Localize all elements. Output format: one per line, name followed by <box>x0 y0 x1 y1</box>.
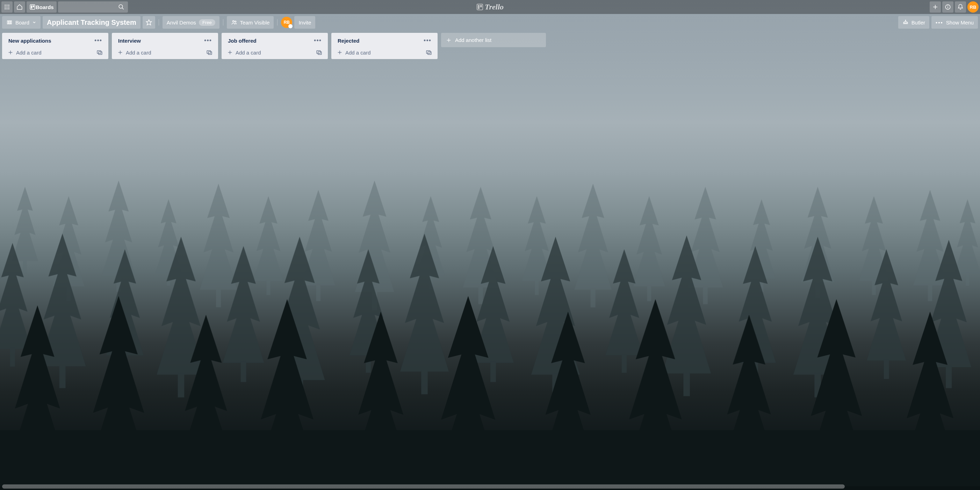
user-avatar-initials: RB <box>970 5 977 10</box>
invite-label: Invite <box>299 19 311 25</box>
add-card-label: Add a card <box>16 49 41 56</box>
svg-rect-26 <box>11 21 11 24</box>
svg-rect-17 <box>478 5 479 9</box>
list-title[interactable]: Interview <box>118 38 141 44</box>
board-canvas: New applications ••• Add a card Intervie… <box>0 31 980 486</box>
add-card-button[interactable]: Add a card <box>337 49 371 56</box>
svg-point-10 <box>8 8 10 10</box>
global-header: Boards Trello RB <box>0 0 980 14</box>
svg-marker-27 <box>146 20 151 25</box>
svg-point-9 <box>6 8 8 10</box>
team-icon <box>231 19 237 25</box>
boards-button[interactable]: Boards <box>27 2 57 13</box>
trello-logo-icon <box>476 3 484 11</box>
list: Job offered ••• Add a card <box>221 33 328 59</box>
add-card-label: Add a card <box>235 49 261 56</box>
svg-rect-43 <box>317 51 320 54</box>
plus-icon <box>8 49 13 55</box>
svg-point-2 <box>5 5 6 6</box>
svg-rect-24 <box>7 21 8 24</box>
svg-point-23 <box>948 6 948 6</box>
add-card-label: Add a card <box>126 49 151 56</box>
bell-icon <box>957 4 964 10</box>
list-menu-button[interactable]: ••• <box>204 37 212 45</box>
app-name: Trello <box>485 2 504 11</box>
horizontal-scrollbar[interactable] <box>2 484 980 488</box>
list: Interview ••• Add a card <box>112 33 218 59</box>
svg-rect-44 <box>318 52 321 54</box>
board-title[interactable]: Applicant Tracking System <box>43 16 140 29</box>
svg-point-5 <box>5 6 6 8</box>
list-menu-button[interactable]: ••• <box>94 37 102 45</box>
member-initials: RB <box>284 20 290 25</box>
svg-point-28 <box>232 21 234 22</box>
list-menu-button[interactable]: ••• <box>314 37 321 45</box>
add-card-button[interactable]: Add a card <box>227 49 261 56</box>
svg-point-29 <box>234 21 236 22</box>
star-button[interactable] <box>143 16 155 29</box>
board-view-label: Board <box>15 19 29 25</box>
show-menu-button[interactable]: ••• Show Menu <box>931 16 978 29</box>
divider <box>159 19 159 25</box>
svg-rect-16 <box>477 4 483 10</box>
add-list-button[interactable]: Add another list <box>441 33 546 47</box>
svg-rect-48 <box>428 52 431 54</box>
add-card-button[interactable]: Add a card <box>8 49 41 56</box>
butler-label: Butler <box>912 19 925 25</box>
plus-icon <box>446 37 452 43</box>
template-icon[interactable] <box>206 49 213 56</box>
add-card-label: Add a card <box>345 49 371 56</box>
workspace-name: Anvil Demos <box>167 19 196 25</box>
create-button[interactable] <box>930 2 941 13</box>
list: Rejected ••• Add a card <box>331 33 438 59</box>
svg-rect-35 <box>97 51 101 54</box>
apps-button[interactable] <box>2 2 13 13</box>
template-icon[interactable] <box>97 49 103 56</box>
add-card-button[interactable]: Add a card <box>118 49 151 56</box>
home-button[interactable] <box>14 2 25 13</box>
list-menu-button[interactable]: ••• <box>423 37 431 45</box>
svg-point-3 <box>6 5 8 6</box>
list-title[interactable]: Job offered <box>228 38 256 44</box>
template-icon[interactable] <box>426 49 432 56</box>
user-avatar[interactable]: RB <box>967 2 978 13</box>
search-icon <box>118 4 124 10</box>
svg-rect-13 <box>33 6 34 7</box>
board-view-switcher[interactable]: Board <box>2 16 41 29</box>
svg-point-7 <box>8 6 10 8</box>
list-title[interactable]: New applications <box>8 38 51 44</box>
boards-icon <box>29 4 36 10</box>
template-icon[interactable] <box>316 49 322 56</box>
info-icon <box>945 4 951 10</box>
svg-rect-11 <box>30 5 35 10</box>
list-title[interactable]: Rejected <box>337 38 360 44</box>
app-logo[interactable]: Trello <box>476 2 504 11</box>
svg-line-15 <box>122 8 124 10</box>
svg-rect-18 <box>480 5 482 7</box>
divider <box>223 19 223 25</box>
workspace-badge: Free <box>199 19 215 26</box>
svg-point-14 <box>119 5 123 8</box>
svg-rect-47 <box>426 51 430 54</box>
info-button[interactable] <box>942 2 953 13</box>
home-icon <box>16 4 23 10</box>
invite-button[interactable]: Invite <box>294 16 315 29</box>
svg-rect-40 <box>208 52 212 54</box>
board-member-avatar[interactable]: RB <box>281 17 292 28</box>
workspace-button[interactable]: Anvil Demos Free <box>162 16 220 29</box>
svg-rect-39 <box>207 51 211 54</box>
visibility-label: Team Visible <box>240 19 270 25</box>
more-icon: ••• <box>935 19 943 25</box>
search-input[interactable] <box>58 2 128 13</box>
svg-point-6 <box>6 6 8 8</box>
visibility-button[interactable]: Team Visible <box>227 16 274 29</box>
svg-point-4 <box>8 5 10 6</box>
butler-button[interactable]: Butler <box>898 16 929 29</box>
apps-icon <box>4 4 10 10</box>
svg-rect-12 <box>31 6 32 9</box>
plus-icon <box>337 49 342 55</box>
board-view-icon <box>6 19 13 25</box>
notifications-button[interactable] <box>955 2 966 13</box>
plus-icon <box>118 49 123 55</box>
scrollbar-thumb[interactable] <box>2 484 845 488</box>
